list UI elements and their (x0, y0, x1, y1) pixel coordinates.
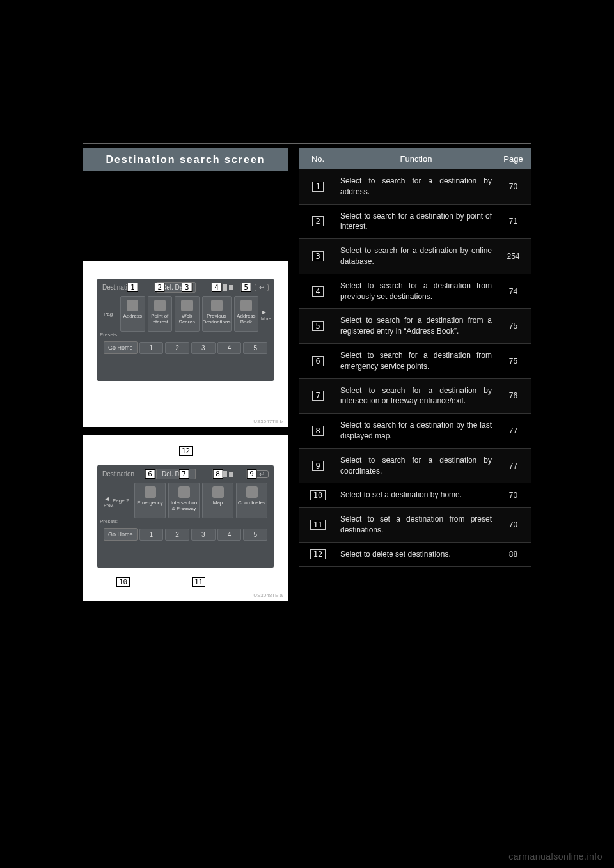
go-home-button[interactable]: Go Home (104, 528, 138, 541)
callout-10: 10 (116, 577, 130, 587)
row-no: 3 (299, 245, 336, 268)
address-button[interactable]: 1 Address (120, 296, 145, 332)
page-indicator: Pag (104, 311, 118, 317)
page-content: Destination search screen Destination De… (83, 148, 531, 608)
preset-5[interactable]: 5 (243, 342, 267, 354)
intersection-icon (178, 486, 190, 498)
callout-12: 12 (179, 446, 193, 456)
coordinates-button[interactable]: 9 Coordinates (236, 483, 267, 518)
row-no: 9 (299, 454, 336, 477)
screenshot-page2: 12 Destination Del. Dest. ↩ ◂Prev. Page … (83, 435, 288, 601)
col-no: No. (299, 148, 336, 169)
row-page: 71 (496, 217, 531, 226)
row-no: 12 (299, 543, 336, 566)
preset-2[interactable]: 2 (165, 342, 189, 354)
preset-3[interactable]: 3 (191, 342, 216, 354)
row-page: 76 (496, 391, 531, 400)
preset-5[interactable]: 5 (243, 529, 267, 541)
poi-icon (154, 300, 166, 311)
web-search-button[interactable]: 3 Web Search (175, 296, 200, 332)
table-row: 4Select to search for a destination from… (299, 274, 531, 309)
previous-icon (211, 300, 223, 311)
right-column: No. Function Page 1Select to search for … (299, 148, 531, 608)
col-function: Function (336, 148, 496, 169)
nav-screen-1: Destination Del. Dest. ↩ Pag 1 Address (97, 279, 274, 381)
preset-3[interactable]: 3 (191, 529, 216, 541)
row-function: Select to search for a destination from … (336, 344, 496, 378)
address-book-button[interactable]: 5 Address Book (234, 296, 259, 332)
table-header: No. Function Page (299, 148, 531, 169)
prev-arrow[interactable]: ◂Prev. (104, 494, 110, 508)
row-function: Select to search for a destination by ad… (336, 169, 496, 204)
row-function: Select to search for a destination by po… (336, 205, 496, 239)
table-row: 1Select to search for a destination by a… (299, 169, 531, 205)
row-page: 70 (496, 182, 531, 191)
row-function: Select to search for a destination by th… (336, 414, 496, 448)
left-column: Destination search screen Destination De… (83, 148, 288, 608)
delete-dest-button[interactable]: Del. Dest. (156, 469, 196, 479)
row-function: Select to search for a destination by co… (336, 449, 496, 483)
col-page: Page (496, 148, 531, 169)
row-no: 11 (299, 513, 336, 536)
previous-dest-button[interactable]: 4 Previous Destinations (202, 296, 232, 332)
image-id: US3048TEIa (253, 593, 283, 598)
function-table: No. Function Page 1Select to search for … (299, 148, 531, 567)
row-function: Select to search for a destination from … (336, 274, 496, 309)
go-home-button[interactable]: Go Home (104, 341, 138, 354)
address-icon (127, 300, 138, 311)
back-icon[interactable]: ↩ (255, 284, 269, 291)
table-row: 10Select to set a destination by home.70 (299, 483, 531, 508)
map-icon (212, 486, 224, 498)
coordinates-icon (246, 486, 258, 498)
row-function: Select to delete set destinations. (336, 543, 496, 566)
table-row: 7Select to search for a destination by i… (299, 379, 531, 414)
row-no: 8 (299, 419, 336, 442)
row-page: 254 (496, 252, 531, 261)
book-icon (240, 300, 252, 311)
row-page: 75 (496, 322, 531, 330)
row-no: 2 (299, 210, 336, 233)
row-page: 70 (496, 520, 531, 529)
table-row: 6Select to search for a destination from… (299, 344, 531, 379)
emergency-button[interactable]: 6 Emergency (134, 483, 166, 518)
callout-4: 4 (211, 283, 222, 292)
callout-1: 1 (127, 283, 138, 292)
callout-7: 7 (178, 469, 189, 479)
intersection-button[interactable]: 7 Intersection & Freeway (168, 483, 200, 518)
watermark: carmanualsonline.info (508, 851, 602, 862)
row-function: Select to set a destination from preset … (336, 508, 496, 542)
table-row: 11Select to set a destination from prese… (299, 508, 531, 543)
callout-3: 3 (182, 283, 193, 292)
callout-2: 2 (154, 283, 165, 292)
table-row: 9Select to search for a destination by c… (299, 449, 531, 484)
map-button[interactable]: 8 Map (202, 483, 233, 518)
preset-1[interactable]: 1 (139, 342, 164, 354)
row-no: 6 (299, 350, 336, 373)
nav-screen-2: Destination Del. Dest. ↩ ◂Prev. Page 2 6… (97, 465, 274, 568)
section-title: Destination search screen (83, 148, 288, 171)
row-function: Select to search for a destination from … (336, 309, 496, 343)
preset-4[interactable]: 4 (217, 342, 242, 354)
image-id: US3047TEIb (253, 419, 283, 424)
preset-1[interactable]: 1 (139, 529, 164, 541)
table-row: 8Select to search for a destination by t… (299, 414, 531, 449)
row-no: 1 (299, 175, 336, 198)
poi-button[interactable]: 2 Point of Interest (148, 296, 173, 332)
row-page: 70 (496, 491, 531, 500)
callout-11: 11 (192, 577, 205, 587)
more-arrow[interactable]: ▸More (261, 307, 267, 321)
web-icon (181, 300, 193, 311)
row-no: 4 (299, 280, 336, 303)
callout-5: 5 (240, 283, 251, 292)
row-no: 5 (299, 314, 336, 337)
table-row: 3Select to search for a destination by o… (299, 239, 531, 274)
preset-4[interactable]: 4 (217, 529, 242, 541)
screen-title: Destination (102, 470, 134, 477)
row-page: 88 (496, 550, 531, 559)
top-divider (83, 143, 531, 144)
row-function: Select to set a destination by home. (336, 483, 496, 507)
row-page: 74 (496, 287, 531, 296)
row-page: 77 (496, 426, 531, 435)
preset-2[interactable]: 2 (165, 529, 189, 541)
emergency-icon (145, 486, 156, 498)
